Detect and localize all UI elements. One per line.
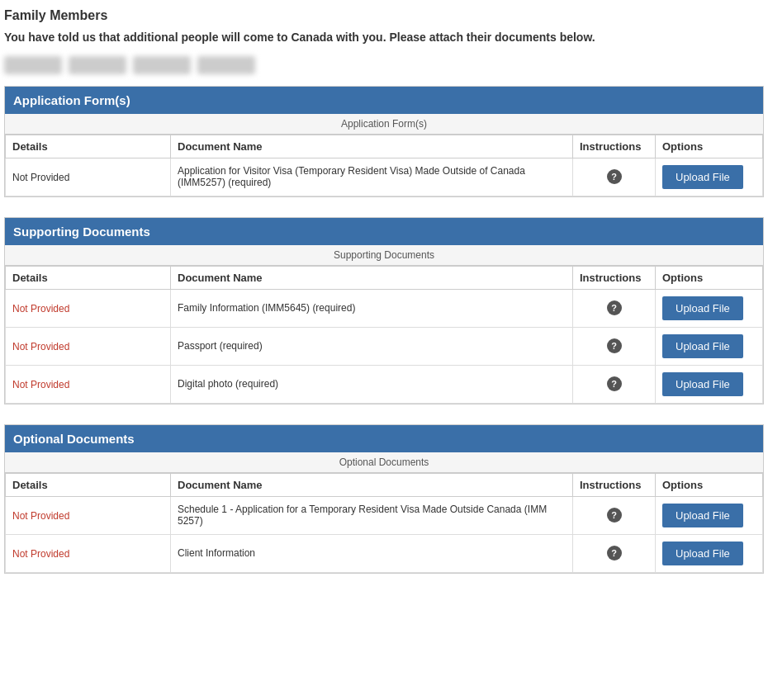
app-col-details: Details	[6, 135, 171, 158]
table-row: Not ProvidedApplication for Visitor Visa…	[6, 158, 763, 196]
app-docname-0: Application for Visitor Visa (Temporary …	[171, 158, 573, 196]
app-col-instructions: Instructions	[573, 135, 656, 158]
table-row: Not ProvidedClient Information?Upload Fi…	[6, 534, 763, 572]
opt-docname-1: Client Information	[171, 534, 573, 572]
opt-col-options: Options	[656, 473, 763, 496]
upload-file-button[interactable]: Upload File	[662, 504, 743, 527]
sup-docname-2: Digital photo (required)	[171, 365, 573, 403]
app-options-0: Upload File	[656, 158, 763, 196]
sup-instructions-2: ?	[573, 365, 656, 403]
application-forms-subheader: Application Form(s)	[5, 114, 763, 135]
opt-docname-0: Schedule 1 - Application for a Temporary…	[171, 496, 573, 534]
upload-file-button[interactable]: Upload File	[662, 372, 743, 396]
sup-col-docname: Document Name	[171, 266, 573, 289]
table-row: Not ProvidedFamily Information (IMM5645)…	[6, 289, 763, 327]
sup-options-2: Upload File	[656, 365, 763, 403]
sup-col-instructions: Instructions	[573, 266, 656, 289]
optional-docs-section: Optional Documents Optional Documents De…	[4, 424, 764, 574]
upload-file-button[interactable]: Upload File	[662, 165, 743, 189]
help-icon[interactable]: ?	[607, 300, 622, 315]
app-col-docname: Document Name	[171, 135, 573, 158]
optional-docs-subheader: Optional Documents	[5, 452, 763, 473]
help-icon[interactable]: ?	[607, 546, 622, 560]
application-forms-header: Application Form(s)	[5, 87, 763, 114]
supporting-docs-section: Supporting Documents Supporting Document…	[4, 217, 764, 404]
opt-options-1: Upload File	[656, 534, 763, 572]
sup-instructions-0: ?	[573, 289, 656, 327]
help-icon[interactable]: ?	[607, 376, 622, 391]
sup-options-0: Upload File	[656, 289, 763, 327]
supporting-docs-subheader: Supporting Documents	[5, 245, 763, 266]
upload-file-button[interactable]: Upload File	[662, 296, 743, 320]
sup-details-0: Not Provided	[6, 289, 171, 327]
sup-details-2: Not Provided	[6, 365, 171, 403]
table-row: Not ProvidedDigital photo (required)?Upl…	[6, 365, 763, 403]
opt-options-0: Upload File	[656, 496, 763, 534]
help-icon[interactable]: ?	[607, 169, 622, 184]
sup-details-1: Not Provided	[6, 327, 171, 365]
sup-docname-1: Passport (required)	[171, 327, 573, 365]
app-col-options: Options	[656, 135, 763, 158]
upload-file-button[interactable]: Upload File	[662, 542, 743, 565]
page-title: Family Members	[4, 8, 764, 23]
help-icon[interactable]: ?	[607, 338, 622, 353]
page-subtitle: You have told us that additional people …	[4, 30, 764, 46]
opt-col-details: Details	[6, 473, 171, 496]
help-icon[interactable]: ?	[607, 508, 622, 523]
table-row: Not ProvidedPassport (required)?Upload F…	[6, 327, 763, 365]
opt-details-1: Not Provided	[6, 534, 171, 572]
opt-instructions-1: ?	[573, 534, 656, 572]
app-instructions-0: ?	[573, 158, 656, 196]
app-details-0: Not Provided	[6, 158, 171, 196]
application-forms-section: Application Form(s) Application Form(s) …	[4, 86, 764, 197]
sup-col-options: Options	[656, 266, 763, 289]
opt-col-docname: Document Name	[171, 473, 573, 496]
upload-file-button[interactable]: Upload File	[662, 334, 743, 358]
supporting-docs-header: Supporting Documents	[5, 218, 763, 245]
table-row: Not ProvidedSchedule 1 - Application for…	[6, 496, 763, 534]
sup-docname-0: Family Information (IMM5645) (required)	[171, 289, 573, 327]
sup-col-details: Details	[6, 266, 171, 289]
sup-options-1: Upload File	[656, 327, 763, 365]
sup-instructions-1: ?	[573, 327, 656, 365]
opt-instructions-0: ?	[573, 496, 656, 534]
optional-docs-header: Optional Documents	[5, 425, 763, 452]
tabs-blurred	[4, 56, 764, 74]
opt-col-instructions: Instructions	[573, 473, 656, 496]
opt-details-0: Not Provided	[6, 496, 171, 534]
